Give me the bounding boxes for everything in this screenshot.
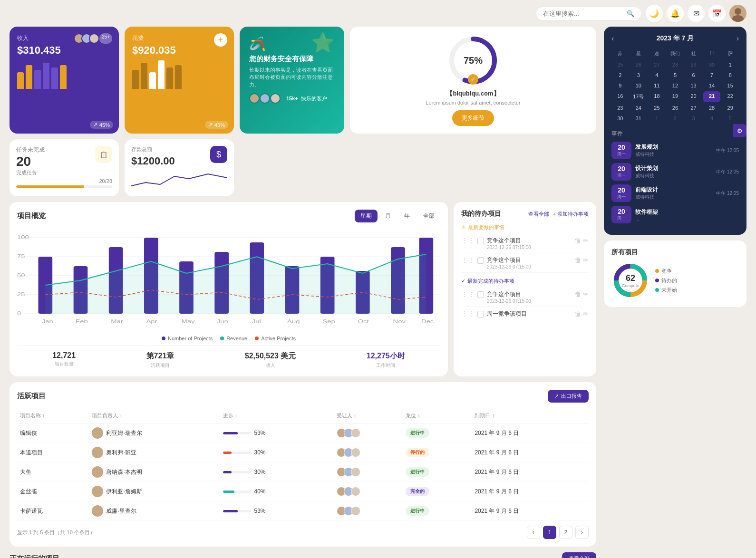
cal-day[interactable]: 28 [667,60,684,69]
cal-day[interactable]: 29 [685,60,702,69]
cal-day[interactable]: 15 [721,81,739,90]
moon-icon[interactable]: 🌙 [646,5,663,22]
progress-fill-2 [223,471,232,473]
cell-assignee-0 [334,423,403,443]
manager-name-0: 利亚姆·瑞查尔 [106,429,142,437]
cal-day[interactable]: 12 [667,81,684,90]
tab-week[interactable]: 星期 [355,210,378,222]
delete-icon-4[interactable]: 🗑 [574,310,581,317]
cal-day[interactable]: 5 [667,70,684,80]
cal-day[interactable]: 26 [630,60,648,69]
search-input[interactable] [543,10,623,17]
cal-day[interactable]: 27 [685,103,702,113]
cal-next-btn[interactable]: › [737,34,739,43]
cal-day[interactable]: 21 [703,91,721,102]
page-prev-btn[interactable]: ‹ [527,526,540,539]
cal-day[interactable]: 18 [648,91,666,102]
todo-checkbox-1[interactable] [477,238,484,244]
cal-day[interactable]: 20 [685,91,702,102]
cal-day[interactable]: 28 [703,103,721,113]
cell-name-4: 卡萨诺瓦 [17,501,89,521]
cal-day[interactable]: 7 [703,70,721,80]
cal-day[interactable]: 3 [630,70,648,80]
cal-day[interactable]: 5 [721,114,739,123]
cal-day[interactable]: 1 [648,114,666,123]
cal-day[interactable]: 24 [630,103,648,113]
cal-day[interactable]: 25 [648,103,666,113]
avatar[interactable] [729,5,746,22]
delete-icon-2[interactable]: 🗑 [574,256,581,264]
delete-icon-1[interactable]: 🗑 [574,237,581,244]
page-next-btn[interactable]: › [575,526,589,539]
drag-handle-2[interactable]: ⋮⋮ [461,256,475,264]
edit-icon-4[interactable]: ✏ [583,310,589,317]
tab-year[interactable]: 年 [398,210,416,222]
cal-day[interactable]: 26 [667,103,684,113]
cal-day[interactable]: 25 [611,60,629,69]
cal-day[interactable]: 23 [611,103,629,113]
bar-5 [51,67,58,89]
progress-cell-4: 53% [223,508,331,514]
cal-day[interactable]: 4 [648,70,666,80]
events-section: 事件 20 周一 发展规划 威特科技 中午 12:05 20 周一 设计策划 威… [611,130,739,223]
cal-prev-btn[interactable]: ‹ [611,34,614,43]
cal-day[interactable]: 4 [703,114,721,123]
donut-legend-item-1: 待办的 [655,277,677,284]
cal-day[interactable]: 16 [611,91,629,102]
drag-handle-4[interactable]: ⋮⋮ [461,310,475,317]
stat-revenue: $2,50,523 美元 收入 [245,351,296,369]
export-btn[interactable]: ↗ 出口报告 [548,390,589,403]
edit-icon-1[interactable]: ✏ [583,237,589,244]
svg-text:50: 50 [17,273,25,278]
cal-day[interactable]: 17号 [630,91,648,102]
cal-day[interactable]: 8 [721,70,739,80]
expense-add-btn[interactable]: + [214,33,227,47]
todo-view-all[interactable]: 查看全部 [528,211,549,218]
drag-handle[interactable]: ⋮⋮ [461,237,475,244]
cal-day[interactable]: 19 [667,91,684,102]
cal-day[interactable]: 13 [685,81,702,90]
svg-text:Nov: Nov [393,319,406,324]
progress-pct-0: 53% [254,430,266,436]
calendar-icon[interactable]: 📅 [708,5,726,22]
cal-day[interactable]: 10 [630,81,648,90]
cal-day[interactable]: 30 [703,60,721,69]
cal-day[interactable]: 6 [685,70,702,80]
cal-day[interactable]: 22 [721,91,739,102]
cal-day[interactable]: 9 [611,81,629,90]
tab-month[interactable]: 月 [379,210,397,222]
drag-handle-3[interactable]: ⋮⋮ [461,290,475,298]
cal-day[interactable]: 30 [611,114,629,123]
bell-icon[interactable]: 🔔 [667,5,684,22]
mail-icon[interactable]: ✉ [688,5,705,22]
cal-day[interactable]: 11 [648,81,666,90]
cal-day[interactable]: 3 [685,114,702,123]
view-all-running-btn[interactable]: 查看全部 [562,552,596,558]
svg-text:0: 0 [17,311,21,316]
edit-icon-3[interactable]: ✏ [583,290,589,298]
event-date-num-3: 20 [615,208,628,215]
cal-day[interactable]: 27 [648,60,666,69]
page-1-btn[interactable]: 1 [543,526,556,539]
todo-checkbox-4[interactable] [477,311,484,317]
todo-checkbox-2[interactable] [477,257,484,264]
calendar-settings-icon[interactable]: ⚙ [733,124,746,137]
edit-icon-2[interactable]: ✏ [583,256,589,264]
search-box[interactable]: 🔍 [536,7,641,20]
tab-all[interactable]: 全部 [417,210,440,222]
cal-day[interactable]: 14 [703,81,721,90]
legend-label-active: Active Projects [261,336,296,341]
cal-day[interactable]: 2 [611,70,629,80]
cal-day[interactable]: 29 [721,103,739,113]
expense-value: $920.035 [132,44,226,57]
page-2-btn[interactable]: 2 [559,526,572,539]
cal-day[interactable]: 1 [721,60,739,69]
more-details-btn[interactable]: 更多细节 [452,110,494,126]
done-label-text: 最新完成的待办事项 [467,278,514,285]
cal-day[interactable]: 2 [667,114,684,123]
todo-checkbox-3[interactable] [477,291,484,298]
progress-bar-0 [223,432,252,434]
cal-day[interactable]: 31 [630,114,648,123]
delete-icon-3[interactable]: 🗑 [574,290,581,298]
todo-add[interactable]: + 添加待办事项 [553,211,589,218]
